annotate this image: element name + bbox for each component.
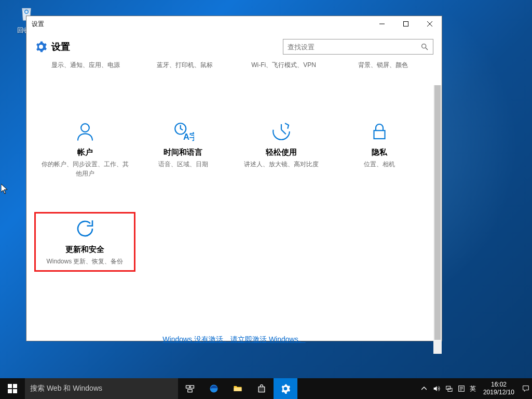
content-pane: 帐户 你的帐户、同步设置、工作、其他用户 A字 时间和语言 语音、区域、日期 [26,85,442,354]
category-subtitles: 显示、通知、应用、电源 蓝牙、打印机、鼠标 Wi-Fi、飞行模式、VPN 背景、… [26,58,442,85]
tile-sub: 语音、区域、日期 [137,159,229,169]
category-sub-personal: 背景、锁屏、颜色 [333,61,432,70]
tile-title: 更新和安全 [39,245,131,255]
titlebar[interactable]: 设置 [26,16,442,32]
edge-taskbar-button[interactable] [202,378,226,399]
activate-windows-link[interactable]: Windows 没有激活。请立即激活 Windows。 [162,335,305,343]
maximize-button[interactable] [394,16,418,32]
minimize-button[interactable] [370,16,394,32]
tile-time-language[interactable]: A字 时间和语言 语音、区域、日期 [134,116,232,182]
svg-point-2 [81,124,89,132]
task-view-button[interactable] [178,378,202,399]
tile-title: 帐户 [39,148,131,157]
clock-date: 2019/12/10 [483,389,514,396]
store-icon [256,383,267,394]
accounts-icon [74,121,96,142]
tile-privacy[interactable]: 隐私 位置、相机 [330,116,428,182]
task-view-icon [185,383,195,394]
tile-title: 轻松使用 [235,148,327,157]
svg-rect-6 [374,130,385,139]
svg-rect-16 [446,386,451,389]
svg-rect-7 [8,384,12,388]
svg-rect-12 [190,385,194,388]
folder-icon [233,383,243,394]
system-tray: 英 16:02 2019/12/10 [418,378,532,399]
svg-rect-17 [448,388,452,391]
windows-logo-icon [8,384,17,393]
lock-icon [369,121,390,142]
window-title: 设置 [26,20,370,29]
tile-title: 时间和语言 [137,148,229,157]
tray-overflow-button[interactable] [418,378,430,399]
update-icon [74,218,96,240]
tray-network[interactable] [443,378,455,399]
tray-volume[interactable] [430,378,443,399]
svg-point-1 [422,44,426,48]
tile-update-security[interactable]: 更新和安全 Windows 更新、恢复、备份 [36,214,134,270]
category-sub-network: Wi-Fi、飞行模式、VPN [234,61,333,70]
svg-rect-0 [404,22,408,26]
svg-text:A字: A字 [183,132,194,142]
speaker-icon [432,384,441,393]
action-center-icon [522,384,530,393]
svg-rect-11 [186,385,190,388]
settings-taskbar-button[interactable] [274,378,297,399]
tile-title: 隐私 [333,148,425,157]
explorer-taskbar-button[interactable] [226,378,250,399]
tray-notes[interactable] [455,378,468,399]
ease-of-access-icon [270,121,292,142]
desktop: 回收站 设置 设置 显示、通知、应用、电源 [0,0,532,399]
svg-rect-8 [13,384,17,388]
svg-rect-13 [188,390,192,392]
settings-grid: 帐户 你的帐户、同步设置、工作、其他用户 A字 时间和语言 语音、区域、日期 [32,85,436,270]
tile-sub: Windows 更新、恢复、备份 [39,257,131,266]
svg-rect-9 [8,389,12,393]
category-sub-devices: 蓝牙、打印机、鼠标 [135,61,234,70]
gear-icon [35,41,47,53]
store-taskbar-button[interactable] [250,378,274,399]
vertical-scrollbar[interactable] [433,85,442,354]
start-button[interactable] [0,378,25,399]
tray-ime[interactable]: 英 [468,378,478,399]
network-icon [445,384,453,393]
settings-window: 设置 设置 显示、通知、应用、电源 蓝牙、打印机、鼠标 Wi [26,16,442,341]
tile-accounts[interactable]: 帐户 你的帐户、同步设置、工作、其他用户 [36,116,134,182]
time-language-icon: A字 [172,121,194,142]
chevron-up-icon [421,386,427,391]
scrollbar-thumb[interactable] [434,85,441,340]
tile-sub: 讲述人、放大镜、高对比度 [235,159,327,169]
taskbar-search[interactable]: 搜索 Web 和 Windows [25,378,178,399]
category-sub-system: 显示、通知、应用、电源 [36,61,135,70]
svg-rect-15 [234,388,242,391]
settings-header: 设置 [26,32,442,58]
notes-icon [457,384,466,393]
mouse-cursor-icon [1,184,8,194]
svg-rect-10 [13,389,17,393]
ime-label: 英 [470,384,476,393]
gear-icon [280,383,291,394]
page-title: 设置 [51,41,279,53]
activation-message: Windows 没有激活。请立即激活 Windows。 [26,335,442,344]
search-field[interactable] [283,39,433,55]
taskbar: 搜索 Web 和 Windows [0,378,532,399]
close-button[interactable] [418,16,442,32]
taskbar-clock[interactable]: 16:02 2019/12/10 [478,381,520,396]
action-center-button[interactable] [520,378,532,399]
clock-time: 16:02 [483,381,514,389]
tile-sub: 你的帐户、同步设置、工作、其他用户 [39,159,131,178]
edge-icon [209,383,219,394]
taskbar-search-placeholder: 搜索 Web 和 Windows [30,384,102,393]
tile-ease-of-access[interactable]: 轻松使用 讲述人、放大镜、高对比度 [232,116,330,182]
search-input[interactable] [288,43,420,51]
search-icon [420,43,429,51]
tile-sub: 位置、相机 [333,159,425,169]
